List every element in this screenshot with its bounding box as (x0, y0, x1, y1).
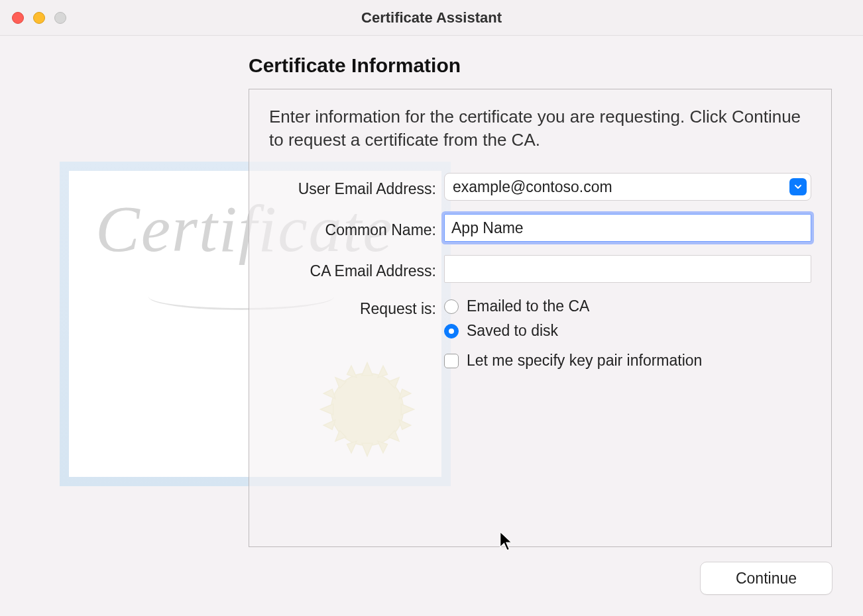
window-title: Certificate Assistant (0, 9, 863, 26)
specify-keypair-label: Let me specify key pair information (467, 352, 702, 370)
window-controls (12, 12, 66, 24)
checkbox-icon (444, 354, 459, 368)
radio-icon (444, 299, 459, 314)
content-area: Certificate (0, 36, 863, 616)
page-heading: Certificate Information (249, 54, 461, 77)
request-emailed-label: Emailed to the CA (467, 297, 589, 315)
user-email-label: User Email Address: (269, 176, 444, 198)
request-saved-label: Saved to disk (467, 322, 558, 340)
common-name-input[interactable] (444, 214, 811, 242)
minimize-window-button[interactable] (33, 12, 45, 24)
user-email-value: example@contoso.com (453, 178, 612, 196)
common-name-label: Common Name: (269, 217, 444, 239)
zoom-window-button[interactable] (54, 12, 66, 24)
close-window-button[interactable] (12, 12, 24, 24)
request-emailed-radio[interactable]: Emailed to the CA (444, 297, 811, 315)
user-email-combo[interactable]: example@contoso.com (444, 173, 811, 201)
request-is-label: Request is: (269, 296, 444, 318)
chevron-down-icon[interactable] (789, 178, 807, 195)
request-saved-radio[interactable]: Saved to disk (444, 322, 811, 340)
ca-email-label: CA Email Address: (269, 258, 444, 280)
page-description: Enter information for the certificate yo… (269, 105, 811, 152)
ca-email-input[interactable] (444, 255, 811, 283)
form-panel: Enter information for the certificate yo… (249, 89, 832, 547)
titlebar: Certificate Assistant (0, 0, 863, 36)
radio-checked-icon (444, 324, 459, 338)
request-is-radio-group: Emailed to the CA Saved to disk (444, 296, 811, 340)
footer: Continue (700, 562, 833, 595)
specify-keypair-checkbox[interactable]: Let me specify key pair information (444, 352, 811, 370)
continue-button[interactable]: Continue (700, 562, 833, 595)
